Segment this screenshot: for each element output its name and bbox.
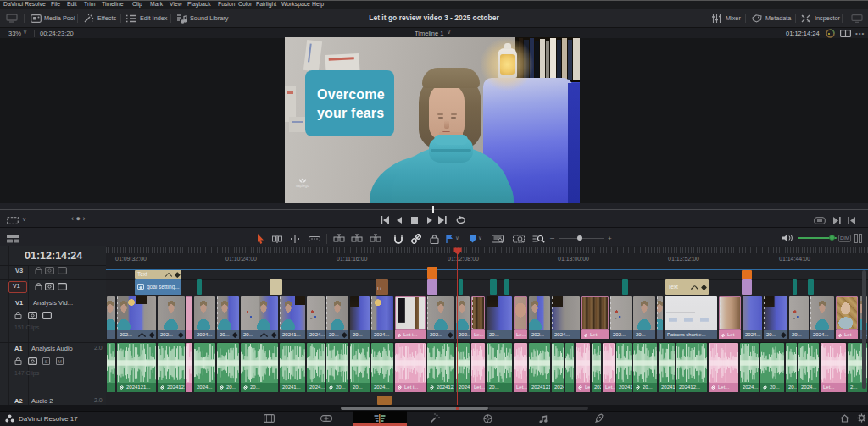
svg-text:sapiego: sapiego [296, 184, 309, 188]
